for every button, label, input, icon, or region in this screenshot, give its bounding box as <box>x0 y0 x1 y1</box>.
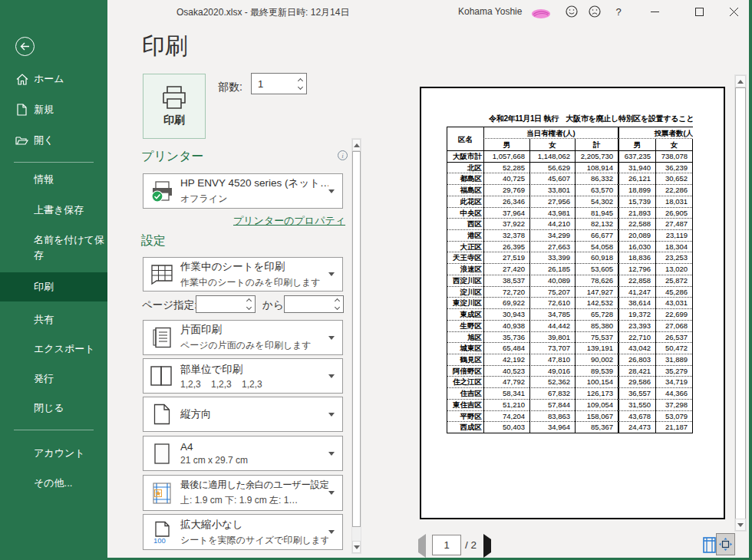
sidebar-item-label: ホーム <box>34 71 64 87</box>
value-cell: 31,940 <box>618 162 655 173</box>
value-cell: 20,089 <box>618 229 655 241</box>
scroll-down-button[interactable] <box>735 519 746 531</box>
value-cell: 58,341 <box>483 387 529 399</box>
value-cell: 33,399 <box>529 252 575 263</box>
info-icon[interactable]: i <box>338 150 348 160</box>
avatar[interactable] <box>531 5 551 22</box>
scroll-up-button[interactable] <box>735 75 746 87</box>
printer-properties-link[interactable]: プリンターのプロパティ <box>233 214 345 228</box>
titlebar: Osaka2020.xlsx - 最終更新日時: 12月14日 Kohama Y… <box>107 0 752 23</box>
pages-to-spinner[interactable] <box>284 295 344 313</box>
zoom-to-page-button[interactable] <box>716 533 735 555</box>
copies-spinner[interactable]: 1 <box>251 73 307 94</box>
value-cell: 45,607 <box>529 173 575 184</box>
sidebar-item-print[interactable]: 印刷 <box>0 277 107 297</box>
sidebar-item-close[interactable]: 閉じる <box>0 398 107 418</box>
ward-name-cell: 北区 <box>447 162 483 173</box>
value-cell: 75,207 <box>529 286 575 298</box>
value-cell: 51,210 <box>483 399 529 410</box>
pages-from-spinner[interactable] <box>196 295 256 313</box>
sidebar-item-account[interactable]: アカウント <box>0 443 107 463</box>
preview-scrollbar[interactable] <box>734 74 747 532</box>
margins-icon <box>143 483 180 504</box>
minimize-button[interactable] <box>645 3 665 20</box>
copies-label: 部数: <box>218 81 242 94</box>
value-cell <box>692 342 693 354</box>
sidebar-item-more[interactable]: その他... <box>0 473 107 493</box>
feedback-smile-icon[interactable] <box>562 3 582 20</box>
value-cell: 52,362 <box>529 376 575 387</box>
ward-name-cell: 西淀川区 <box>447 275 483 286</box>
ward-name-cell: 生野区 <box>447 320 483 331</box>
print-area-selector[interactable]: 作業中のシートを印刷 作業中のシートのみを印刷します <box>143 257 343 292</box>
ward-name-cell: 大正区 <box>447 241 483 252</box>
ward-name-cell: 東住吉区 <box>447 399 483 410</box>
table-subheader <box>692 139 693 150</box>
value-cell: 18,836 <box>618 252 655 263</box>
help-button[interactable]: ? <box>609 3 628 20</box>
settings-scrollbar[interactable] <box>351 138 361 554</box>
collation-selector[interactable]: 部単位で印刷 1,2,3 1,2,3 1,2,3 <box>143 358 343 394</box>
value-cell: 637,235 <box>618 150 655 162</box>
scrollbar-thumb[interactable] <box>735 87 746 519</box>
value-cell <box>692 387 693 399</box>
show-margins-button[interactable] <box>701 535 717 554</box>
value-cell: 27,487 <box>655 218 692 229</box>
maximize-button[interactable] <box>689 3 709 20</box>
value-cell: 30,943 <box>483 308 529 320</box>
close-button[interactable] <box>724 3 744 20</box>
sidebar-item-info[interactable]: 情報 <box>0 170 107 189</box>
value-cell: 27,420 <box>483 263 529 275</box>
previous-page-button[interactable] <box>418 539 426 553</box>
scaling-100-icon: 100 <box>143 521 180 544</box>
value-cell: 12,796 <box>618 263 655 275</box>
value-cell: 26,346 <box>483 196 529 207</box>
back-button[interactable] <box>15 37 35 56</box>
sidebar-item-open[interactable]: 開く <box>0 130 107 150</box>
next-page-button[interactable] <box>483 539 491 553</box>
scaling-selector[interactable]: 100 拡大縮小なし シートを実際のサイズで印刷します <box>143 514 343 550</box>
back-arrow-icon <box>20 42 30 51</box>
value-cell: 49,016 <box>529 365 575 377</box>
sidebar-item-save-as[interactable]: 名前を付けて保存 <box>0 230 107 265</box>
sidebar-item-export[interactable]: エクスポート <box>0 339 107 359</box>
value-cell: 38,614 <box>618 297 655 308</box>
value-cell: 29,586 <box>618 376 655 387</box>
value-cell: 72,610 <box>529 297 575 308</box>
value-cell: 35,736 <box>483 331 529 343</box>
value-cell: 158,067 <box>575 410 618 422</box>
scroll-down-button[interactable] <box>352 541 361 553</box>
value-cell: 36,557 <box>618 387 655 399</box>
duplex-selector[interactable]: 片面印刷 ページの片面のみを印刷します <box>143 320 343 355</box>
sidebar-item-share[interactable]: 共有 <box>0 310 107 330</box>
value-cell: 34,719 <box>655 376 692 387</box>
ward-name-cell: 阿倍野区 <box>447 365 483 377</box>
value-cell: 26,803 <box>618 354 655 365</box>
spinner-arrows[interactable] <box>294 74 306 94</box>
total-pages-label: / 2 <box>465 539 477 551</box>
sidebar-item-home[interactable]: ホーム <box>0 69 107 89</box>
portrait-page-icon <box>143 404 180 425</box>
sidebar-item-label: 新規 <box>34 102 54 117</box>
orientation-selector[interactable]: 縦方向 <box>143 397 343 432</box>
sidebar-item-new[interactable]: 新規 <box>0 100 107 120</box>
value-cell: 26,395 <box>483 241 529 252</box>
ward-name-cell: 浪速区 <box>447 263 483 275</box>
sidebar-item-publish[interactable]: 発行 <box>0 369 107 389</box>
scroll-up-button[interactable] <box>352 139 361 151</box>
feedback-frown-icon[interactable] <box>585 3 605 20</box>
value-cell: 74,204 <box>483 410 529 422</box>
print-button[interactable]: 印刷 <box>143 74 206 139</box>
printer-selector[interactable]: HP ENVY 4520 series (ネット… オフライン <box>143 173 343 209</box>
current-page-input[interactable]: 1 <box>432 535 461 555</box>
margins-selector[interactable]: 最後に適用した余白のユーザー設定 上: 1.9 cm 下: 1.9 cm 左: … <box>143 475 343 511</box>
sidebar-item-save[interactable]: 上書き保存 <box>0 200 107 220</box>
ward-name-cell: 東成区 <box>447 308 483 320</box>
ward-name-cell: 都島区 <box>447 173 483 184</box>
paper-size-selector[interactable]: A4 21 cm x 29.7 cm <box>143 436 343 471</box>
paper-size-icon <box>143 443 180 464</box>
sidebar-item-print-selected[interactable]: 印刷 <box>0 272 107 301</box>
scrollbar-thumb[interactable] <box>352 151 361 527</box>
value-cell: 18,304 <box>655 241 692 252</box>
value-cell: 57,844 <box>529 399 575 410</box>
